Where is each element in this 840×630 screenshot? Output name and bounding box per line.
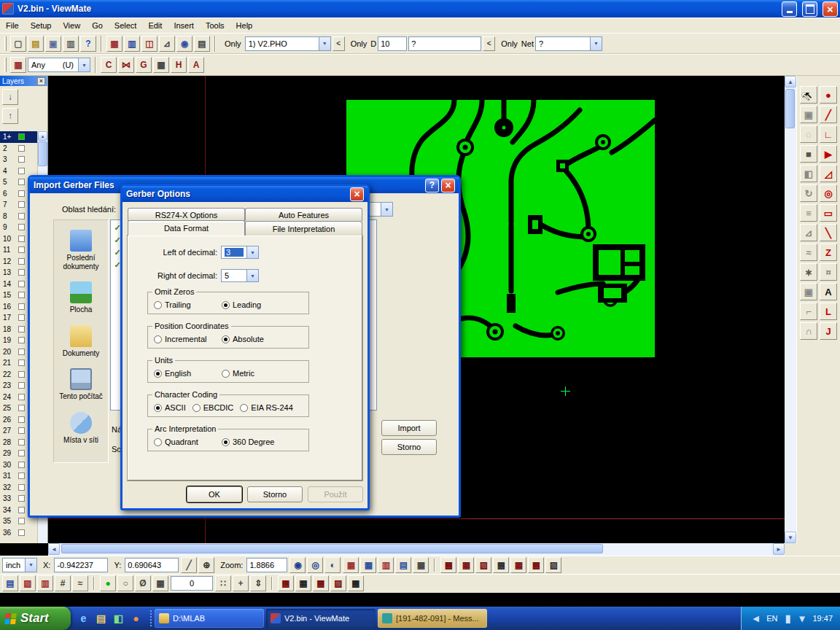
radio-leading[interactable]: Leading xyxy=(222,300,261,309)
target-circle-icon[interactable]: ◎ xyxy=(820,184,837,202)
chevron-down-icon[interactable] xyxy=(246,246,258,258)
chevron-down-icon[interactable] xyxy=(319,37,330,50)
menu-file[interactable]: File xyxy=(0,20,25,31)
zoom-window-icon[interactable]: ◎ xyxy=(307,557,323,573)
fill-style-5-icon[interactable]: ▩ xyxy=(348,575,364,591)
highlight-g-icon[interactable]: G xyxy=(136,57,152,73)
layer-color-swatch[interactable] xyxy=(18,145,25,152)
taskbar-button-v2-bin-viewmate[interactable]: V2.bin - ViewMate xyxy=(266,609,376,628)
minimize-button[interactable] xyxy=(782,1,797,17)
rect-outline-tool-icon[interactable]: ▭ xyxy=(820,204,837,222)
layer-row-36[interactable]: 36 xyxy=(0,527,37,539)
stamp-tool-icon[interactable]: ▣ xyxy=(800,283,817,300)
pattern-hatch-icon[interactable]: ▨ xyxy=(475,557,491,573)
active-layer-icon[interactable]: ▦ xyxy=(10,57,26,73)
scrollbar-track[interactable] xyxy=(785,88,796,532)
net-combo[interactable]: ? xyxy=(535,36,602,51)
origin-marker-icon[interactable]: + xyxy=(233,575,249,591)
layer-color-swatch[interactable] xyxy=(18,246,25,253)
menu-edit[interactable]: Edit xyxy=(142,20,168,31)
trace-grid-icon[interactable]: ▤ xyxy=(395,557,411,573)
polyline-tool-icon[interactable]: ∟ xyxy=(820,125,837,143)
start-button[interactable]: Start xyxy=(0,607,71,630)
scroll-left-icon[interactable] xyxy=(48,543,60,555)
layer-color-swatch[interactable] xyxy=(18,359,25,366)
layer-color-swatch[interactable] xyxy=(18,495,25,502)
scroll-right-icon[interactable] xyxy=(773,543,785,555)
layer-color-swatch[interactable] xyxy=(18,156,25,163)
chevron-down-icon[interactable] xyxy=(590,37,602,50)
fill-style-1-icon[interactable]: ▩ xyxy=(278,575,294,591)
highlight-c-icon[interactable]: C xyxy=(101,57,117,73)
radio-ascii[interactable]: ASCII xyxy=(154,403,186,412)
layer-color-swatch[interactable] xyxy=(18,303,25,310)
pattern-sparse-icon[interactable]: ▨ xyxy=(545,557,561,573)
y-coordinate-input[interactable]: 0.690643 xyxy=(125,558,179,572)
place-m-sta-v-s-ti[interactable]: Místa v síti xyxy=(55,412,106,445)
layer-color-swatch[interactable] xyxy=(18,439,25,446)
layer-color-swatch[interactable] xyxy=(18,405,25,411)
text-tool-icon[interactable]: A xyxy=(820,283,837,300)
layer-color-swatch[interactable] xyxy=(18,472,25,479)
right-decimal-combo[interactable]: 5 xyxy=(221,269,259,282)
dcode-filter-input[interactable]: ? xyxy=(408,36,481,51)
wave-tool-icon[interactable]: ≈ xyxy=(800,244,817,261)
layer-color-swatch[interactable] xyxy=(18,507,25,513)
layer-color-swatch[interactable] xyxy=(18,190,25,197)
scroll-up-icon[interactable] xyxy=(38,131,47,141)
close-icon[interactable] xyxy=(37,77,45,85)
layer-color-swatch[interactable] xyxy=(18,179,25,185)
zigzag-tool-icon[interactable]: Z xyxy=(820,244,837,261)
fill-style-2-icon[interactable]: ▦ xyxy=(295,575,311,591)
menu-insert[interactable]: Insert xyxy=(168,20,200,31)
radio-incremental[interactable]: Incremental xyxy=(154,335,215,343)
quick-browser-icon[interactable]: ● xyxy=(130,612,142,625)
place-tento-po-ta[interactable]: Tento počítač xyxy=(55,368,106,401)
scroll-down-icon[interactable] xyxy=(785,532,796,543)
menu-select[interactable]: Select xyxy=(109,20,143,31)
layer-color-swatch[interactable] xyxy=(18,427,25,434)
layer-color-swatch[interactable] xyxy=(18,168,25,174)
mirror-tool-icon[interactable]: ◧ xyxy=(800,165,817,182)
open-file-icon[interactable]: ▤ xyxy=(28,36,44,52)
diameter-icon[interactable]: Ø xyxy=(135,575,151,591)
radio-360-degree[interactable]: 360 Degree xyxy=(222,438,275,446)
layer-color-swatch[interactable] xyxy=(18,518,25,524)
pattern-cross-icon[interactable]: ▩ xyxy=(493,557,509,573)
layer-color-swatch[interactable] xyxy=(18,269,25,276)
fill-style-4-icon[interactable]: ▨ xyxy=(330,575,346,591)
circle-outline-icon[interactable]: ○ xyxy=(117,575,133,591)
dot-grid-icon[interactable]: ∷ xyxy=(215,575,231,591)
l-shape-tool-icon[interactable]: L xyxy=(820,303,837,320)
radio-eia-rs-244[interactable]: EIA RS-244 xyxy=(240,403,292,412)
layer-color-swatch[interactable] xyxy=(18,529,25,536)
layer-color-swatch[interactable] xyxy=(18,292,25,298)
radio-metric[interactable]: Metric xyxy=(222,369,254,378)
layer-color-swatch[interactable] xyxy=(18,416,25,423)
title-bar[interactable]: V2.bin - ViewMate xyxy=(0,0,840,18)
grid-snap-icon[interactable]: ▦ xyxy=(153,57,169,73)
help-icon[interactable] xyxy=(425,179,439,192)
mirror-pads-icon[interactable]: ⋈ xyxy=(118,57,134,73)
place-dokumenty[interactable]: Dokumenty xyxy=(55,325,106,358)
layer-color-swatch[interactable] xyxy=(18,450,25,456)
triangle-ruler-icon[interactable]: ◿ xyxy=(820,165,837,182)
left-decimal-combo[interactable]: 3 xyxy=(221,246,259,259)
pattern-dense-icon[interactable]: ▩ xyxy=(528,557,544,573)
menu-tools[interactable]: Tools xyxy=(200,20,230,31)
online-status-icon[interactable]: ● xyxy=(100,575,116,591)
report-icon[interactable]: ▤ xyxy=(194,36,210,52)
hash-icon[interactable]: # xyxy=(55,575,71,591)
layer-color-swatch[interactable] xyxy=(18,371,25,378)
layer-row-1[interactable]: 1+ xyxy=(0,131,37,143)
layer-color-swatch[interactable] xyxy=(18,224,25,230)
scrollbar-thumb[interactable] xyxy=(38,141,47,166)
context-help-icon[interactable]: ? xyxy=(80,36,96,52)
x-coordinate-input[interactable]: -0.942237 xyxy=(54,558,108,572)
dialog-title-bar[interactable]: Gerber Options xyxy=(122,186,368,202)
layers-panel-header[interactable]: Layers xyxy=(0,76,47,86)
prev-layer-button[interactable]: < xyxy=(332,36,345,51)
mask-grid-icon[interactable]: ▨ xyxy=(20,575,36,591)
new-file-icon[interactable]: ▢ xyxy=(10,36,26,52)
taskbar-button-191-482-091-mess[interactable]: [191-482-091] - Mess... xyxy=(378,609,487,628)
